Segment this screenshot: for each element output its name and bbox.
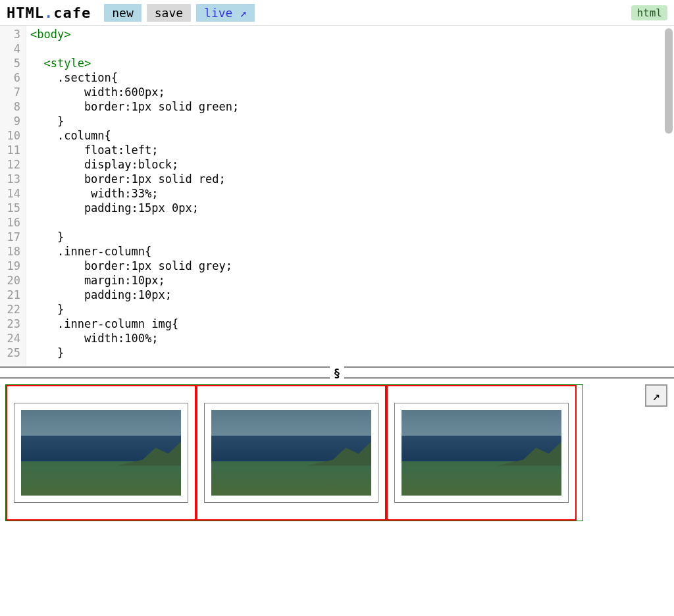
- line-number: 7: [0, 85, 26, 99]
- preview-column: [6, 385, 196, 521]
- line-number: 16: [0, 215, 26, 230]
- code-line[interactable]: <body>: [30, 27, 674, 41]
- line-number-gutter: 345678910111213141516171819202122232425: [0, 26, 26, 366]
- preview-panel: ↗: [0, 379, 674, 616]
- save-button[interactable]: save: [147, 4, 191, 22]
- code-line[interactable]: }: [30, 230, 674, 244]
- preview-inner-column: [204, 403, 378, 503]
- line-number: 17: [0, 230, 26, 244]
- code-line[interactable]: display:block;: [30, 157, 674, 172]
- code-line[interactable]: width:33%;: [30, 186, 674, 201]
- code-line[interactable]: padding:15px 0px;: [30, 201, 674, 215]
- editor-scrollbar[interactable]: [665, 28, 673, 134]
- preview-image: [402, 410, 561, 496]
- code-line[interactable]: width:100%;: [30, 331, 674, 346]
- line-number: 12: [0, 157, 26, 172]
- code-line[interactable]: [30, 215, 674, 230]
- live-label: live: [204, 6, 232, 20]
- code-line[interactable]: <style>: [30, 56, 674, 70]
- line-number: 5: [0, 56, 26, 70]
- line-number: 14: [0, 186, 26, 201]
- code-line[interactable]: float:left;: [30, 143, 674, 157]
- code-line[interactable]: width:600px;: [30, 85, 674, 99]
- line-number: 18: [0, 244, 26, 259]
- line-number: 15: [0, 201, 26, 215]
- code-line[interactable]: padding:10px;: [30, 288, 674, 302]
- preview-inner-column: [394, 403, 569, 503]
- line-number: 11: [0, 143, 26, 157]
- new-button[interactable]: new: [104, 4, 142, 22]
- external-link-icon: ↗: [240, 6, 247, 20]
- line-number: 19: [0, 259, 26, 273]
- editor-content[interactable]: 345678910111213141516171819202122232425 …: [0, 26, 674, 366]
- line-number: 10: [0, 128, 26, 143]
- code-line[interactable]: .column{: [30, 128, 674, 143]
- line-number: 25: [0, 346, 26, 360]
- line-number: 22: [0, 302, 26, 317]
- code-line[interactable]: .inner-column img{: [30, 317, 674, 331]
- line-number: 4: [0, 41, 26, 56]
- app-header: HTML.cafe new save live ↗ html: [0, 0, 674, 25]
- app-logo: HTML.cafe: [7, 5, 91, 21]
- line-number: 20: [0, 273, 26, 288]
- line-number: 24: [0, 331, 26, 346]
- code-line[interactable]: border:1px solid green;: [30, 99, 674, 114]
- line-number: 13: [0, 172, 26, 186]
- line-number: 3: [0, 27, 26, 41]
- code-line[interactable]: }: [30, 114, 674, 128]
- live-button[interactable]: live ↗: [196, 4, 255, 22]
- split-divider[interactable]: §: [0, 366, 674, 379]
- line-number: 8: [0, 99, 26, 114]
- preview-column: [196, 385, 386, 521]
- code-line[interactable]: }: [30, 302, 674, 317]
- code-line[interactable]: [30, 41, 674, 56]
- code-line[interactable]: border:1px solid grey;: [30, 259, 674, 273]
- line-number: 21: [0, 288, 26, 302]
- preview-inner-column: [14, 403, 188, 503]
- preview-column: [386, 385, 577, 521]
- split-drag-icon: §: [330, 366, 345, 380]
- preview-section: [5, 384, 583, 521]
- logo-html-part: HTML: [7, 5, 44, 21]
- logo-dot-part: .: [44, 5, 53, 21]
- popout-icon: ↗: [652, 388, 660, 403]
- code-line[interactable]: border:1px solid red;: [30, 172, 674, 186]
- code-line[interactable]: margin:10px;: [30, 273, 674, 288]
- preview-image: [21, 410, 181, 496]
- popout-button[interactable]: ↗: [645, 384, 667, 407]
- code-editor-panel: 345678910111213141516171819202122232425 …: [0, 25, 674, 366]
- line-number: 6: [0, 70, 26, 85]
- code-line[interactable]: .section{: [30, 70, 674, 85]
- code-line[interactable]: .inner-column{: [30, 244, 674, 259]
- preview-image: [211, 410, 371, 496]
- html-badge: html: [631, 5, 667, 20]
- logo-cafe-part: cafe: [53, 5, 91, 21]
- code-line[interactable]: }: [30, 346, 674, 360]
- code-text-area[interactable]: <body> <style> .section{ width:600px; bo…: [26, 26, 674, 366]
- line-number: 9: [0, 114, 26, 128]
- line-number: 23: [0, 317, 26, 331]
